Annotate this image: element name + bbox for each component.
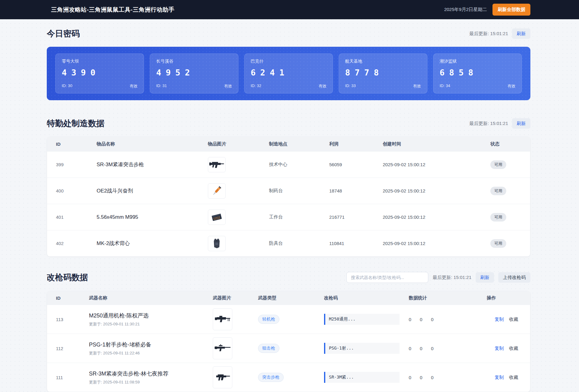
manufacturing-section-title: 特勤处制造数据 [47,118,105,129]
table-row: 402 MK-2战术背心 防具台 110841 2025-09-02 15:00… [47,230,530,256]
password-id: ID: 34 [440,83,450,89]
gun-codes-refresh-button[interactable]: 刷新 [476,272,494,283]
navbar: 三角洲攻略站-三角洲鼠鼠工具-三角洲行动助手 2025年9月2日星期二 刷新全部… [0,0,579,19]
copy-button[interactable]: 复制 [495,375,504,380]
password-banner: 零号大坝 4390 ID: 30 有效 长弓溪谷 4952 ID: 31 有效 … [47,47,530,100]
status-badge: 可用 [490,213,506,222]
item-image [208,183,226,199]
weapon-image [213,366,232,388]
vest-icon [211,237,223,250]
item-created: 2025-09-02 15:00:12 [383,162,490,167]
manufacturing-table: ID 物品名称 物品图片 制造地点 利润 创建时间 状态 399 SR-3M紧凑… [47,137,530,257]
item-image [208,210,226,225]
item-id: 402 [56,241,97,246]
gun-code-box: PSG-1射... [324,343,400,354]
weapon-image [213,308,232,330]
weapon-name: SR-3M紧凑突击步枪-林七夜推荐 [89,370,213,377]
column-header: 利润 [329,141,383,147]
lmg-icon [214,313,231,325]
upload-gun-code-button[interactable]: 上传改枪码 [498,272,530,283]
weapon-id: 111 [56,375,89,380]
weapon-name: PSG-1射手步枪-堵桥必备 [89,341,213,348]
status-badge: 可用 [490,239,506,248]
manufacturing-refresh-button[interactable]: 刷新 [512,118,530,129]
item-name: 5.56x45mm M995 [97,214,208,220]
item-profit: 18748 [329,188,383,193]
map-name: 潮汐监狱 [440,59,515,64]
item-created: 2025-09-02 15:00:12 [383,188,490,193]
item-id: 401 [56,214,97,220]
item-location: 制药台 [269,188,329,194]
password-card: 潮汐监狱 6858 ID: 34 有效 [433,53,522,93]
password-code: 6241 [251,68,326,77]
gun-codes-last-update: 最后更新: 15:01:21 [433,275,471,280]
item-location: 防具台 [269,240,329,246]
table-row: 111 SR-3M紧凑突击步枪-林七夜推荐 更新于: 2025-09-01 11… [47,363,530,392]
search-input[interactable] [346,272,428,283]
favorite-button[interactable]: 收藏 [509,317,518,322]
weapon-id: 112 [56,346,89,351]
stat-value: 0 [420,346,422,351]
passwords-refresh-button[interactable]: 刷新 [512,28,530,39]
password-code: 6858 [440,68,515,77]
current-date: 2025年9月2日星期二 [444,7,487,13]
weapon-stats: 0 0 0 [409,346,487,351]
password-code: 4390 [62,68,138,77]
syringe-icon [211,185,223,197]
refresh-all-button[interactable]: 刷新全部数据 [492,4,530,16]
gun-codes-section-title: 改枪码数据 [47,272,88,283]
map-name: 长弓溪谷 [156,59,232,64]
status-badge: 有效 [413,83,421,89]
ar-icon [214,372,231,383]
item-profit: 110841 [329,241,383,246]
table-header-row: ID 物品名称 物品图片 制造地点 利润 创建时间 状态 [47,137,530,151]
item-location: 技术中心 [269,162,329,167]
passwords-last-update: 最后更新: 15:01:21 [469,31,508,37]
favorite-button[interactable]: 收藏 [509,346,518,351]
table-row: 399 SR-3M紧凑突击步枪 技术中心 56059 2025-09-02 15… [47,151,530,178]
weapon-id: 113 [56,317,89,322]
sniper-icon [214,343,231,354]
map-name: 巴克什 [251,59,326,64]
status-badge: 有效 [507,83,515,89]
map-name: 航天基地 [345,59,421,64]
item-name: SR-3M紧凑突击步枪 [97,161,208,168]
stat-value: 0 [420,317,422,322]
password-code: 4952 [156,68,232,77]
item-image [208,157,226,172]
status-badge: 有效 [319,83,326,89]
table-row: 400 OE2战斗兴奋剂 制药台 18748 2025-09-02 15:00:… [47,178,530,204]
stat-value: 0 [420,375,422,380]
column-header: 武器名称 [89,295,213,301]
stat-value: 0 [409,346,411,351]
password-card: 航天基地 8778 ID: 33 有效 [339,53,427,93]
weapon-updated: 更新于: 2025-09-01 11:30:21 [89,321,213,327]
weapon-updated: 更新于: 2025-09-01 11:08:59 [89,379,213,385]
map-name: 零号大坝 [62,59,138,64]
status-badge: 有效 [130,83,138,89]
column-header: ID [56,141,97,147]
column-header: 操作 [487,295,530,301]
password-card: 长弓溪谷 4952 ID: 31 有效 [150,53,238,93]
column-header: 数据统计 [409,295,487,301]
password-id: ID: 33 [345,83,356,89]
column-header: 改枪码 [324,295,409,301]
table-row: 112 PSG-1射手步枪-堵桥必备 更新于: 2025-09-01 11:22… [47,334,530,363]
weapon-name: M250通用机枪-陈权严选 [89,312,213,319]
stat-value: 0 [431,375,433,380]
manufacturing-last-update: 最后更新: 15:01:21 [469,121,508,126]
copy-button[interactable]: 复制 [495,346,504,351]
gun-code-box: M250通用... [324,314,400,325]
password-card: 零号大坝 4390 ID: 30 有效 [55,53,144,93]
password-code: 8778 [345,68,421,77]
password-card: 巴克什 6241 ID: 32 有效 [244,53,333,93]
favorite-button[interactable]: 收藏 [509,375,518,380]
weapon-type-badge: 突击步枪 [258,373,284,382]
copy-button[interactable]: 复制 [495,317,504,322]
item-id: 399 [56,162,97,167]
column-header: ID [56,295,89,301]
weapon-image [213,337,232,359]
passwords-section-title: 今日密码 [47,28,80,39]
weapon-stats: 0 0 0 [409,317,487,322]
table-row: 113 M250通用机枪-陈权严选 更新于: 2025-09-01 11:30:… [47,305,530,334]
